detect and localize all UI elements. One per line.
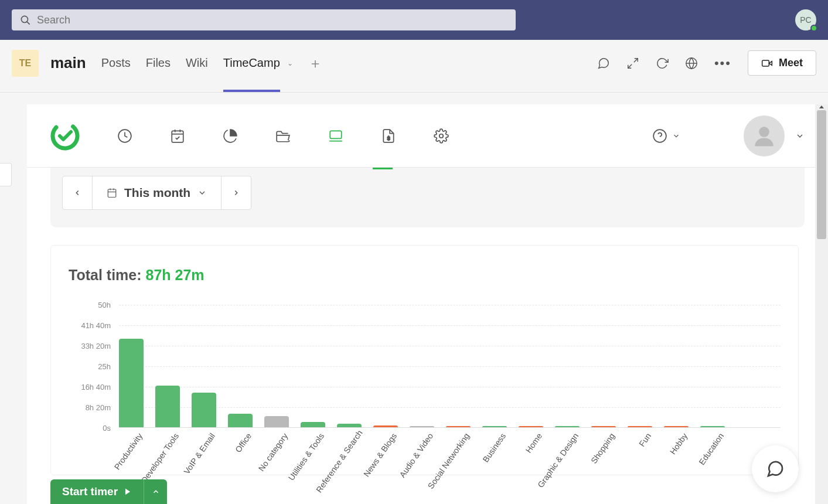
calendar-icon: [107, 188, 117, 198]
team-avatar[interactable]: TE: [12, 50, 39, 77]
scroll-thumb[interactable]: [817, 110, 826, 239]
svg-line-3: [628, 64, 632, 67]
search-box[interactable]: [12, 9, 516, 30]
chart-bar[interactable]: [337, 424, 362, 427]
next-period-button[interactable]: [222, 176, 251, 209]
gridline: [119, 346, 781, 346]
chart-bar[interactable]: [264, 416, 289, 427]
search-icon: [20, 15, 31, 26]
add-tab-button[interactable]: ＋: [308, 54, 322, 73]
avatar-initials: PC: [800, 15, 811, 25]
chevron-right-icon: [232, 189, 240, 197]
search-input[interactable]: [31, 14, 507, 26]
active-nav-indicator: [373, 168, 393, 169]
chart-bar[interactable]: [555, 426, 580, 427]
computer-icon[interactable]: [328, 128, 343, 144]
chart-bar[interactable]: [119, 339, 144, 427]
chart-bar[interactable]: [519, 426, 543, 427]
svg-rect-21: [108, 189, 116, 197]
chart-bar[interactable]: [591, 426, 616, 427]
chart-bar[interactable]: [228, 414, 253, 427]
more-options-icon[interactable]: •••: [714, 56, 731, 71]
y-tick-label: 41h 40m: [70, 321, 111, 330]
svg-point-0: [21, 16, 28, 22]
clock-icon[interactable]: [117, 128, 132, 144]
svg-point-17: [439, 134, 444, 138]
svg-line-2: [634, 58, 638, 62]
y-tick-label: 33h 20m: [70, 342, 111, 350]
calendar-check-icon[interactable]: [170, 128, 185, 144]
channel-name[interactable]: main: [50, 54, 86, 72]
tab-dropdown-caret-icon[interactable]: ⌄: [287, 59, 293, 67]
date-range-button[interactable]: This month: [92, 176, 222, 209]
y-tick-label: 0s: [70, 424, 111, 433]
help-dropdown[interactable]: [652, 128, 680, 144]
prev-period-button[interactable]: [63, 176, 92, 209]
start-timer-expand-button[interactable]: [144, 479, 167, 504]
expand-icon[interactable]: [626, 57, 639, 70]
y-tick-label: 50h: [70, 301, 111, 309]
total-time-panel: Total time: 87h 27m 50h41h 40m33h 20m25h…: [50, 245, 799, 475]
collapsed-side-tab[interactable]: [0, 163, 12, 186]
chart-plot: ProductivityDeveloper ToolsVoIP & EmailO…: [119, 305, 781, 428]
total-time-value: 87h 27m: [145, 267, 204, 283]
chart-bar[interactable]: [192, 393, 216, 427]
pie-chart-icon[interactable]: [223, 128, 238, 144]
app-body: $ This month: [0, 93, 828, 504]
chevron-down-icon: [197, 188, 207, 197]
chart-bar[interactable]: [155, 386, 180, 427]
date-range-label: This month: [124, 186, 190, 200]
chart-bar[interactable]: [301, 422, 325, 427]
refresh-icon[interactable]: [656, 57, 669, 70]
channel-header: TE main Posts Files Wiki TimeCamp ⌄ ＋ ••…: [0, 40, 828, 93]
tab-timecamp[interactable]: TimeCamp: [223, 52, 280, 74]
y-tick-label: 25h: [70, 362, 111, 371]
person-icon: [752, 124, 776, 148]
start-timer-bar: Start timer: [50, 479, 167, 504]
chevron-down-icon: [672, 132, 680, 140]
y-tick-label: 8h 20m: [70, 403, 111, 412]
category-bar-chart: 50h41h 40m33h 20m25h16h 40m8h 20m0s Prod…: [69, 305, 781, 469]
globe-icon[interactable]: [685, 57, 698, 70]
chat-icon[interactable]: [597, 57, 610, 70]
vertical-scrollbar[interactable]: [815, 104, 828, 504]
chevron-down-icon[interactable]: [795, 131, 805, 141]
chart-bar[interactable]: [446, 426, 471, 427]
header-actions: ••• Meet: [597, 50, 816, 76]
svg-marker-26: [819, 105, 824, 108]
tab-posts[interactable]: Posts: [101, 52, 131, 74]
tab-files[interactable]: Files: [146, 52, 171, 74]
svg-marker-25: [125, 489, 130, 495]
timecamp-user-avatar[interactable]: [744, 115, 785, 156]
invoice-icon[interactable]: $: [381, 128, 396, 144]
svg-rect-14: [330, 131, 342, 138]
tab-timecamp-label: TimeCamp: [223, 56, 280, 69]
date-range-picker: This month: [62, 176, 251, 210]
chart-bar[interactable]: [373, 425, 398, 427]
chart-bar[interactable]: [410, 426, 434, 427]
meet-button[interactable]: Meet: [748, 50, 816, 76]
chart-bar[interactable]: [628, 426, 652, 427]
chart-bar[interactable]: [664, 426, 689, 427]
timecamp-frame: $ This month: [27, 104, 828, 504]
svg-point-20: [759, 127, 769, 137]
date-range-bar: This month: [50, 168, 805, 227]
svg-marker-7: [769, 61, 772, 65]
help-icon: [652, 128, 667, 144]
teams-topbar: PC: [0, 0, 828, 40]
chart-y-axis: 50h41h 40m33h 20m25h16h 40m8h 20m0s: [69, 305, 115, 428]
user-avatar[interactable]: PC: [795, 9, 816, 30]
tab-wiki[interactable]: Wiki: [186, 52, 208, 74]
support-chat-button[interactable]: [752, 445, 799, 492]
start-timer-button[interactable]: Start timer: [50, 479, 144, 504]
total-time-heading: Total time: 87h 27m: [69, 267, 781, 284]
folder-open-icon[interactable]: [275, 128, 291, 144]
chart-bar[interactable]: [700, 426, 725, 427]
toolbar-right: [652, 115, 805, 156]
timecamp-logo-icon[interactable]: [50, 121, 80, 151]
chart-bar[interactable]: [482, 426, 507, 427]
meet-button-label: Meet: [779, 57, 803, 69]
settings-gear-icon[interactable]: [434, 128, 449, 144]
active-tab-indicator: [223, 90, 280, 92]
gridline: [119, 325, 781, 326]
